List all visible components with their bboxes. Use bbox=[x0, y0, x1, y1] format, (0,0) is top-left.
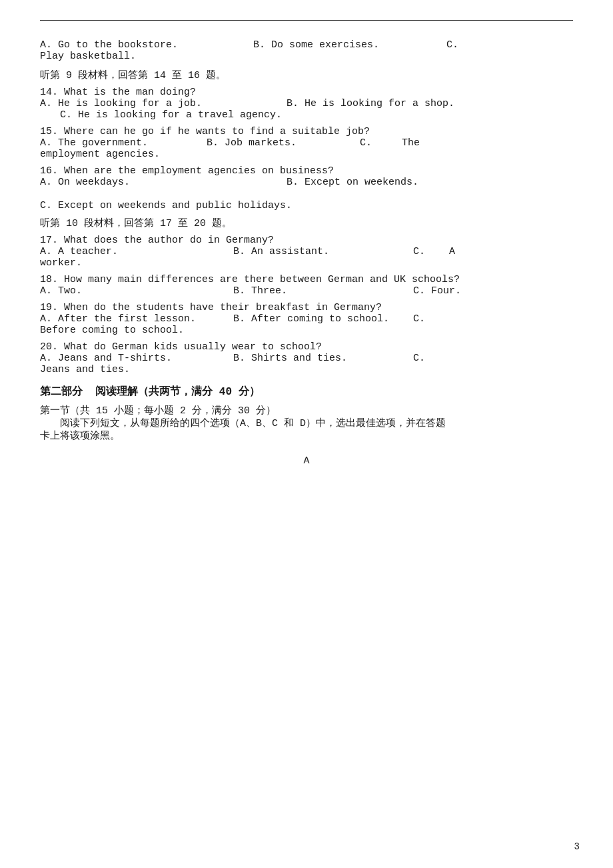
option-c-text: Jeans and ties. bbox=[40, 364, 573, 375]
option-a: A. On weekdays. bbox=[40, 177, 287, 188]
section1-header: 第一节（共 15 小题；每小题 2 分，满分 30 分） bbox=[40, 404, 573, 417]
q15-text: 15. Where can he go if he wants to find … bbox=[40, 126, 573, 137]
option-b: B. After coming to school. bbox=[233, 313, 413, 325]
q16-text: 16. When are the employment agencies on … bbox=[40, 165, 573, 177]
option-c: C. The bbox=[360, 137, 420, 149]
option-c-text: Before coming to school. bbox=[40, 325, 573, 336]
option-c: C. A bbox=[413, 246, 455, 257]
q17-text: 17. What does the author do in Germany? bbox=[40, 235, 573, 246]
option-c-text: employment agencies. bbox=[40, 149, 573, 160]
q13-options: A. Go to the bookstore. B. Do some exerc… bbox=[40, 39, 573, 62]
option-c: C. bbox=[413, 353, 425, 364]
option-a: A. Two. bbox=[40, 285, 233, 297]
passage-label: A bbox=[40, 455, 573, 467]
q19-options: A. After the first lesson. B. After comi… bbox=[40, 313, 573, 325]
page-number: 3 bbox=[574, 841, 580, 852]
option-c-text: worker. bbox=[40, 257, 573, 269]
q20-text: 20. What do German kids usually wear to … bbox=[40, 341, 573, 353]
option-a: A. A teacher. bbox=[40, 246, 233, 257]
section9-header: 听第 9 段材料，回答第 14 至 16 题。 bbox=[40, 69, 573, 81]
option-a: A. Go to the bookstore. bbox=[40, 39, 253, 51]
option-b: B. Job markets. bbox=[207, 137, 360, 149]
option-b: B. An assistant. bbox=[233, 246, 413, 257]
option-b: B. Shirts and ties. bbox=[233, 353, 413, 364]
option-b: B. Do some exercises. bbox=[253, 39, 446, 51]
question-19: 19. When do the students have their brea… bbox=[40, 302, 573, 336]
option-a: A. He is looking for a job. bbox=[40, 98, 287, 109]
option-c-text: C. He is looking for a travel agency. bbox=[40, 109, 573, 121]
q18-text: 18. How many main differences are there … bbox=[40, 274, 573, 285]
option-a: A. Jeans and T-shirts. bbox=[40, 353, 233, 364]
part2-title: 第二部分 阅读理解（共两节，满分 40 分） bbox=[40, 385, 573, 399]
option-a: A. After the first lesson. bbox=[40, 313, 233, 325]
question-17: 17. What does the author do in Germany? … bbox=[40, 235, 573, 269]
q15-options: A. The government. B. Job markets. C. Th… bbox=[40, 137, 573, 149]
q16-options: A. On weekdays. B. Except on weekends. bbox=[40, 177, 573, 188]
question-14: 14. What is the man doing? A. He is look… bbox=[40, 87, 573, 121]
part2-section1: 第一节（共 15 小题；每小题 2 分，满分 30 分） 阅读下列短文，从每题所… bbox=[40, 404, 573, 442]
question-20: 20. What do German kids usually wear to … bbox=[40, 341, 573, 375]
option-c: C. bbox=[446, 39, 458, 51]
question-15: 15. Where can he go if he wants to find … bbox=[40, 126, 573, 160]
q19-text: 19. When do the students have their brea… bbox=[40, 302, 573, 313]
instruction-text: 阅读下列短文，从每题所给的四个选项（A、B、C 和 D）中，选出最佳选项，并在答… bbox=[40, 417, 573, 429]
option-b: B. Except on weekends. bbox=[287, 177, 418, 188]
q14-options: A. He is looking for a job. B. He is loo… bbox=[40, 98, 573, 109]
q17-options: A. A teacher. B. An assistant. C. A bbox=[40, 246, 573, 257]
option-b: B. Three. bbox=[233, 285, 413, 297]
q20-options: A. Jeans and T-shirts. B. Shirts and tie… bbox=[40, 353, 573, 364]
q14-text: 14. What is the man doing? bbox=[40, 87, 573, 98]
top-divider bbox=[40, 20, 573, 21]
question-18: 18. How many main differences are there … bbox=[40, 274, 573, 297]
instruction-text-cont: 卡上将该项涂黑。 bbox=[40, 429, 573, 442]
question-16: 16. When are the employment agencies on … bbox=[40, 165, 573, 211]
option-c: C. bbox=[413, 313, 425, 325]
option-b: B. He is looking for a shop. bbox=[287, 98, 454, 109]
option-c: C. Four. bbox=[413, 285, 461, 297]
q18-options: A. Two. B. Three. C. Four. bbox=[40, 285, 573, 297]
option-c-text: Play basketball. bbox=[40, 51, 573, 62]
section10-header: 听第 10 段材料，回答第 17 至 20 题。 bbox=[40, 217, 573, 229]
option-c-text: C. Except on weekends and public holiday… bbox=[40, 200, 573, 211]
option-a: A. The government. bbox=[40, 137, 207, 149]
